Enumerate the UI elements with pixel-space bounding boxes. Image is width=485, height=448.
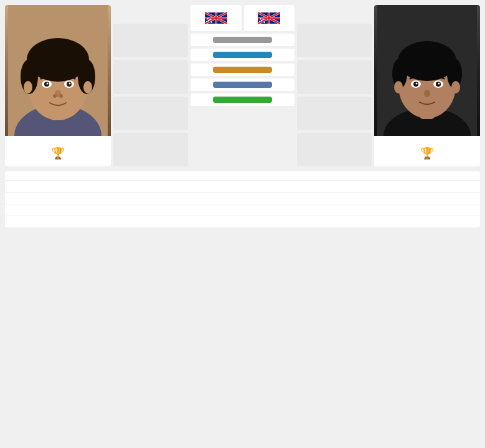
- career-wl-row: [5, 181, 480, 193]
- prize-row: [5, 204, 480, 216]
- right-stats-row3: [374, 161, 480, 166]
- svg-point-43: [262, 19, 263, 20]
- left-stat-boxes: [113, 5, 188, 166]
- surface-row-grass: [191, 93, 294, 106]
- svg-point-15: [59, 94, 63, 98]
- right-trophy-icon: 🏆: [418, 146, 436, 160]
- surface-row-total: [191, 34, 294, 46]
- left-player-name: [5, 136, 111, 142]
- right-age-box: [297, 97, 372, 130]
- svg-point-42: [264, 21, 265, 22]
- surface-row-indoor: [191, 79, 294, 91]
- names-header-row: [191, 5, 294, 31]
- svg-point-16: [24, 81, 32, 93]
- right-player-card: 🏆: [374, 5, 480, 166]
- svg-point-27: [208, 20, 209, 21]
- left-player-card: 🏆: [5, 5, 111, 166]
- right-name-header: [244, 5, 295, 31]
- hard-badge: [213, 52, 272, 58]
- right-plays-box: [297, 133, 372, 166]
- indoor-badge: [213, 82, 272, 88]
- svg-point-11: [47, 83, 49, 85]
- left-age-box: [113, 97, 188, 130]
- svg-point-61: [451, 81, 460, 93]
- right-flag-container: [247, 11, 293, 27]
- ytd-wl-row: [5, 193, 480, 204]
- right-avatar-svg: [377, 5, 477, 136]
- svg-point-58: [438, 83, 440, 85]
- left-trophy-icon: 🏆: [49, 146, 67, 160]
- left-name-header: [191, 5, 242, 31]
- svg-point-44: [260, 18, 261, 19]
- left-stats-row3: [5, 161, 111, 166]
- form-row: [5, 171, 480, 181]
- surface-row-hard: [191, 49, 294, 61]
- left-rank-box: [113, 24, 188, 57]
- bottom-section: [5, 171, 480, 227]
- left-flag: [205, 11, 227, 25]
- grass-badge: [213, 97, 272, 103]
- svg-point-41: [261, 20, 262, 21]
- right-stat-boxes: [297, 5, 372, 166]
- left-plays-box: [113, 133, 188, 166]
- svg-point-60: [394, 81, 403, 93]
- left-stats-row2: 🏆: [5, 145, 111, 161]
- surface-row-clay: [191, 64, 294, 76]
- svg-point-12: [69, 83, 71, 85]
- right-stats-row2: 🏆: [374, 145, 480, 161]
- right-rank-box: [297, 24, 372, 57]
- svg-point-14: [53, 94, 57, 98]
- svg-point-17: [83, 81, 92, 93]
- right-photo-area: [374, 5, 480, 136]
- left-avatar-svg: [8, 5, 108, 136]
- svg-point-28: [210, 21, 212, 22]
- top-section: 🏆: [5, 5, 480, 166]
- right-flag: [258, 11, 280, 25]
- svg-point-45: [259, 21, 260, 22]
- middle-surfaces-col: [191, 5, 294, 166]
- svg-point-57: [416, 83, 418, 85]
- right-player-name: [374, 136, 480, 142]
- left-photo-area: [5, 5, 111, 136]
- svg-point-59: [424, 90, 430, 97]
- ytd-titles-row: [5, 216, 480, 227]
- clay-badge: [213, 67, 272, 73]
- left-high-box: [113, 60, 188, 93]
- total-badge: [213, 37, 272, 43]
- left-flag-container: [193, 11, 239, 27]
- svg-point-31: [206, 21, 207, 22]
- svg-point-29: [209, 19, 210, 20]
- svg-point-30: [207, 18, 208, 19]
- right-high-box: [297, 60, 372, 93]
